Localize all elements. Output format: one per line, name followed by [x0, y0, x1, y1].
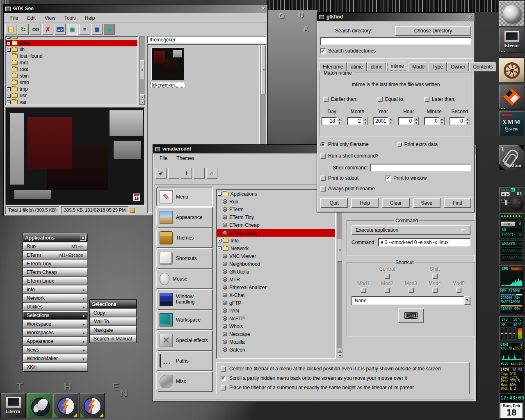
choose-directory-button[interactable]: Choose Directory — [395, 26, 471, 36]
tree-expander-icon[interactable]: + — [7, 87, 11, 91]
spin-value[interactable]: 18 — [322, 117, 337, 125]
tree-row[interactable]: + usr — [6, 92, 137, 99]
gnustep-dock-tile[interactable] — [499, 1, 524, 26]
mixer-applet-tile[interactable]: ST 81 ◀▶ L R — [499, 187, 524, 212]
tree-row[interactable]: sbin — [6, 73, 137, 79]
menubar-item[interactable]: File — [6, 14, 22, 22]
scrollbar-thumb[interactable] — [338, 239, 342, 262]
spin-button[interactable]: 0 — [398, 117, 419, 125]
tree-expander-icon[interactable]: + — [7, 41, 11, 45]
gtksee-titlebar[interactable]: GTK See × — [4, 5, 267, 13]
scroll-up-icon[interactable]: ▲ — [338, 348, 342, 353]
menubar-item[interactable]: View — [41, 14, 59, 22]
print-to-stdout-checkbox[interactable] — [320, 176, 326, 181]
scroll-down-icon[interactable]: ▼ — [338, 353, 342, 358]
section-button[interactable]: Appearance — [156, 207, 213, 228]
tree-row[interactable]: NcFTP — [217, 315, 335, 322]
section-button[interactable]: ✎ Menu — [156, 187, 213, 207]
checkbox[interactable] — [221, 366, 226, 372]
section-button[interactable]: Workspace — [156, 310, 213, 330]
spin-arrows-icon[interactable] — [388, 117, 393, 125]
always-print-filename-checkbox[interactable] — [320, 186, 326, 192]
mod5-checkbox[interactable] — [456, 288, 461, 293]
menu-item[interactable]: News ▸ — [23, 346, 88, 354]
window-menu-icon[interactable] — [155, 147, 160, 151]
menu-item[interactable]: Copy — [90, 309, 137, 317]
tree-expander-icon[interactable]: + — [7, 36, 11, 39]
toolbar-button[interactable]: ↑ — [5, 24, 16, 35]
tree-expander-icon[interactable]: + — [218, 239, 221, 242]
tree-row[interactable]: + Info — [217, 237, 335, 244]
tree-row[interactable]: + var — [6, 99, 137, 105]
clock-applet-tile[interactable]: 17:43:03 Sun, Feb 18 — [499, 393, 524, 420]
floppy-dock-tile[interactable]: ... — [499, 84, 524, 110]
toolbar-button[interactable]: i — [181, 168, 192, 179]
tree-row[interactable]: ETerm Linux — [217, 229, 335, 237]
spin-button[interactable]: 18 — [322, 117, 342, 125]
capture-shortcut-button[interactable]: ⌨ — [398, 308, 424, 323]
workspace-pager-tile[interactable]: 1 Main — [499, 145, 524, 170]
toolbar-button[interactable]: ≡ — [79, 24, 90, 35]
section-button[interactable]: Mouse — [156, 269, 213, 289]
tab[interactable]: Contents — [469, 62, 496, 71]
memory-applet-tile[interactable]: MEM 257096 190480 74% SWAP248996 248052 … — [499, 288, 524, 314]
spin-value[interactable]: 2 — [347, 117, 363, 125]
window-menu-icon[interactable] — [5, 7, 11, 11]
toolbar-button[interactable]: OO — [30, 24, 41, 35]
section-button[interactable]: Window handling — [156, 289, 213, 310]
option-row[interactable]: Scroll a partly hidden menu back onto th… — [221, 375, 465, 381]
menu-item[interactable]: Mail To — [90, 317, 137, 326]
tree-expander-icon[interactable]: − — [218, 192, 221, 196]
tree-row[interactable]: GNUtella — [217, 268, 335, 276]
menu-item[interactable]: Utilities ▸ — [23, 303, 88, 311]
spin-button[interactable]: 2 — [347, 117, 368, 125]
toolbar-button[interactable]: ↻ — [18, 24, 29, 35]
tree-row[interactable]: Neighborhood — [217, 260, 335, 268]
menubar-item[interactable]: Edit — [23, 14, 40, 22]
log-button[interactable]: LOG — [501, 221, 515, 226]
file-thumbnail[interactable] — [151, 48, 184, 80]
spin-arrows-icon[interactable] — [414, 117, 419, 125]
shortcut-combo[interactable]: None ▼ — [352, 296, 470, 305]
tree-row[interactable]: Whois — [217, 322, 335, 330]
menu-item[interactable]: WindowMaker ▸ — [23, 354, 88, 363]
tree-expander-icon[interactable]: + — [7, 100, 11, 104]
mod1-checkbox[interactable] — [361, 288, 366, 293]
print-extra-data-radio[interactable] — [397, 142, 402, 147]
option-row[interactable]: Place the titlebar of a submenu at exact… — [221, 385, 465, 390]
cpu-applet-tile[interactable]: CPU — [499, 265, 524, 287]
checkbox[interactable] — [221, 385, 226, 390]
tree-scrollbar[interactable]: ▲ ▼ — [139, 36, 145, 105]
tree-row[interactable]: + tmp — [6, 86, 137, 92]
arrow-right-icon[interactable]: ▶ — [505, 192, 510, 196]
earlier-than-checkbox[interactable] — [323, 97, 329, 102]
eterm-dock-tile[interactable]: Eterm ... — [499, 27, 524, 52]
menubar-item[interactable]: File — [155, 155, 171, 162]
control-checkbox[interactable] — [385, 274, 390, 279]
tree-row[interactable]: lost+found — [6, 53, 137, 59]
tree-row[interactable]: root — [6, 66, 137, 73]
spin-arrows-icon[interactable] — [465, 117, 470, 125]
tree-row[interactable]: Netscape — [217, 330, 335, 338]
tree-row[interactable]: ETerm Tiny — [217, 213, 335, 221]
menu-item[interactable]: Info ▸ — [23, 285, 88, 294]
file-name-label[interactable]: jokerwm-sn... — [151, 82, 185, 88]
mod2-checkbox[interactable] — [385, 288, 390, 293]
tree-row[interactable]: Ethereal Analizer — [217, 283, 335, 291]
menubar-item[interactable]: Themes — [172, 155, 198, 162]
logger-applet-tile[interactable]: LOG 0 SU IMPORT: N — [499, 213, 524, 238]
spin-arrows-icon[interactable] — [440, 117, 445, 125]
section-button[interactable]: ✕ Special effects — [156, 330, 213, 351]
scroll-up-icon[interactable]: ▲ — [140, 94, 145, 99]
print-to-window-checkbox[interactable] — [386, 176, 391, 181]
section-button[interactable]: Themes — [156, 228, 213, 248]
shortcut-value[interactable]: None — [352, 296, 464, 305]
section-button[interactable]: … Paths — [156, 351, 213, 371]
scrollbar-thumb[interactable] — [140, 60, 144, 80]
toolbar-button[interactable]: ⌂ — [206, 168, 217, 179]
menu-item[interactable]: Selections ▸ — [23, 311, 88, 320]
windowmaker-appicon[interactable] — [53, 393, 78, 418]
tree-expander-icon[interactable]: − — [218, 247, 221, 250]
tree-row[interactable]: Mozilla — [217, 338, 335, 346]
spin-arrows-icon[interactable] — [363, 117, 368, 125]
